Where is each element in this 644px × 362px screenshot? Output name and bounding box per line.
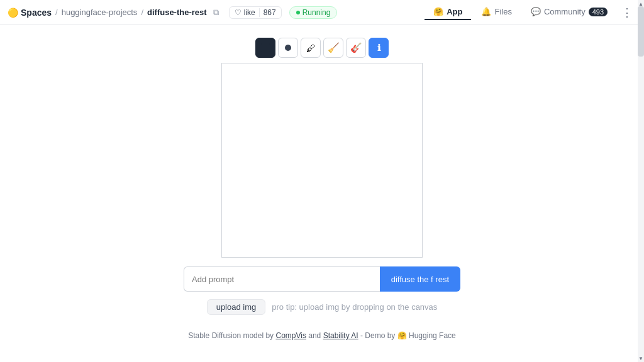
status-dot [296, 11, 300, 14]
pencil-icon: 🎸 [350, 42, 362, 53]
footer: Stable Diffusion model by CompVis and St… [188, 331, 455, 340]
pencil-tool-button[interactable]: 🎸 [346, 38, 366, 58]
spaces-logo[interactable]: 🟡 Spaces [8, 8, 52, 18]
spaces-emoji: 🟡 [8, 8, 18, 18]
status-label: Running [303, 8, 331, 17]
tab-community[interactable]: 💬 Community 493 [522, 4, 616, 20]
tab-app-label: App [447, 7, 462, 16]
copy-link-button[interactable]: ⧉ [211, 6, 221, 19]
navbar: 🟡 Spaces / huggingface-projects / diffus… [0, 0, 644, 25]
color-black-button[interactable] [255, 38, 275, 58]
brush-tool-button[interactable]: 🖊 [301, 38, 321, 58]
nav-separator: / [55, 8, 58, 17]
diffuse-button[interactable]: diffuse the f rest [380, 266, 460, 292]
nav-right: 🤗 App 🔔 Files 💬 Community 493 ⋮ [425, 4, 636, 21]
app-icon: 🤗 [433, 7, 443, 16]
scrollbar-thumb[interactable] [638, 6, 644, 57]
footer-emoji: 🤗 [397, 331, 407, 340]
nav-repo[interactable]: diffuse-the-rest [147, 8, 207, 17]
brush-icon: 🖊 [306, 43, 316, 53]
main-content: 🖊 🧹 🎸 ℹ diffuse the f rest upload img pr… [0, 25, 644, 340]
spaces-label: Spaces [21, 8, 52, 18]
eraser-icon: 🧹 [328, 42, 340, 53]
tab-community-label: Community [544, 7, 586, 16]
drawing-canvas[interactable] [221, 63, 423, 258]
footer-demo-by: - Demo by [358, 331, 397, 340]
info-icon: ℹ [377, 43, 380, 53]
footer-text-before: Stable Diffusion model by [188, 331, 275, 340]
files-icon: 🔔 [481, 7, 491, 16]
tab-files[interactable]: 🔔 Files [472, 4, 520, 20]
scrollbar: ▲ ▼ [638, 0, 644, 362]
status-badge: Running [289, 6, 338, 19]
upload-tip: pro tip: upload img by dropping on the c… [272, 302, 437, 312]
footer-hugging-face: Hugging Face [407, 331, 456, 340]
community-icon: 💬 [531, 7, 541, 16]
prompt-row: diffuse the f rest [184, 266, 460, 292]
upload-img-button[interactable]: upload img [207, 299, 266, 315]
compvis-link[interactable]: CompVis [275, 331, 306, 340]
heart-icon: ♡ [235, 8, 242, 17]
brush-size-button[interactable] [278, 38, 298, 58]
tab-files-label: Files [494, 7, 511, 16]
nav-org[interactable]: huggingface-projects [62, 8, 138, 17]
circle-icon [285, 45, 291, 51]
like-count: 867 [259, 8, 276, 17]
scroll-down-button[interactable]: ▼ [638, 354, 644, 362]
community-badge: 493 [589, 8, 608, 16]
tab-app[interactable]: 🤗 App [425, 4, 471, 20]
black-color-swatch [261, 43, 270, 52]
info-tool-button[interactable]: ℹ [369, 38, 389, 58]
upload-row: upload img pro tip: upload img by droppi… [207, 299, 438, 315]
like-label: like [244, 8, 255, 17]
more-menu-button[interactable]: ⋮ [618, 4, 636, 21]
footer-and: and [306, 331, 323, 340]
nav-separator2: / [141, 8, 143, 17]
eraser-tool-button[interactable]: 🧹 [323, 38, 343, 58]
prompt-input[interactable] [184, 266, 380, 292]
like-button[interactable]: ♡ like 867 [229, 6, 282, 19]
toolbar: 🖊 🧹 🎸 ℹ [255, 38, 389, 58]
stability-link[interactable]: Stability AI [323, 331, 358, 340]
